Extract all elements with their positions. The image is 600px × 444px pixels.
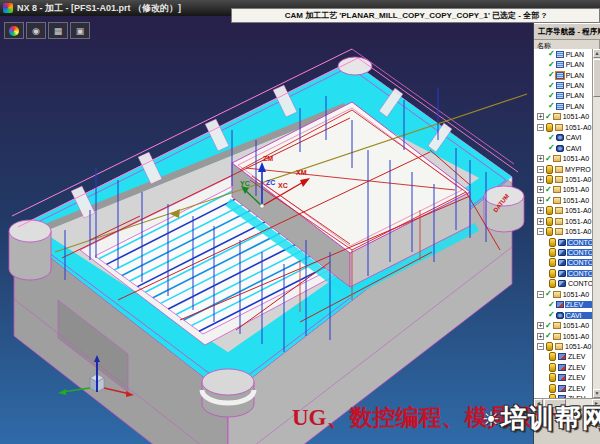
tree-row[interactable]: −✓1051-A0: [534, 289, 592, 299]
prog-operation-icon: [555, 207, 563, 214]
tree-row[interactable]: +✓1051-A0: [534, 153, 592, 163]
tree-row[interactable]: +1051-A0: [534, 174, 592, 184]
expand-icon[interactable]: +: [537, 197, 544, 204]
tree-row[interactable]: CONTO: [534, 258, 592, 268]
tree-item-label: PLAN: [565, 51, 592, 58]
collapse-icon[interactable]: −: [537, 166, 544, 173]
tree-row[interactable]: +✓1051-A0: [534, 195, 592, 205]
regenerate-warning-icon: [546, 123, 553, 132]
regenerate-warning-icon: [549, 384, 556, 393]
tree-item-label: 1051-A0: [564, 176, 592, 183]
tree-row[interactable]: CONTO: [534, 279, 592, 289]
cav-operation-icon: [556, 134, 564, 141]
tree-row[interactable]: ZLEV: [534, 362, 592, 372]
expand-icon[interactable]: +: [537, 207, 544, 214]
cont-operation-icon: [558, 280, 566, 287]
check-icon: ✓: [548, 311, 555, 319]
tree-item-label: 1051-A0: [564, 343, 592, 350]
tree-row[interactable]: +✓1051-A0: [534, 331, 592, 341]
tree-row[interactable]: CONTO: [534, 237, 592, 247]
check-icon: ✓: [545, 322, 552, 330]
tree-row[interactable]: ✓PLAN: [534, 91, 592, 101]
expand-icon[interactable]: +: [537, 176, 544, 183]
tree-row[interactable]: ✓CAVI: [534, 133, 592, 143]
tree-row[interactable]: −1051-A0: [534, 226, 592, 236]
tree-row[interactable]: +✓1051-A0: [534, 185, 592, 195]
expand-icon[interactable]: +: [537, 155, 544, 162]
check-icon: ✓: [548, 134, 555, 142]
tree-item-label: MYPRO_1: [564, 166, 592, 173]
tree-row[interactable]: ZLEV: [534, 373, 592, 383]
cav-operation-icon: [556, 312, 564, 319]
scroll-down-icon[interactable]: ▼: [593, 389, 600, 398]
z-operation-icon: [558, 374, 566, 381]
prog-operation-icon: [553, 197, 561, 204]
collapse-icon[interactable]: −: [537, 291, 544, 298]
tree-row[interactable]: ✓ZLEV: [534, 300, 592, 310]
tree-row[interactable]: ✓PLAN: [534, 70, 592, 80]
expand-icon[interactable]: +: [537, 218, 544, 225]
plan-operation-icon: [556, 61, 564, 68]
tree-row[interactable]: +✓1051-A0: [534, 112, 592, 122]
tree-item-label: PLAN: [565, 82, 592, 89]
navigator-title[interactable]: 工序导航器 - 程序顺序: [534, 23, 600, 40]
check-icon: ✓: [545, 186, 552, 194]
nx-swirl-icon[interactable]: [4, 22, 24, 39]
swirl-glyph: [9, 26, 19, 36]
sphere-icon[interactable]: ◉: [26, 22, 46, 39]
regenerate-warning-icon: [546, 342, 553, 351]
check-icon: ✓: [548, 92, 555, 100]
tree-item-label: CONTO: [567, 270, 592, 277]
tree-item-label: PLAN: [565, 72, 592, 79]
tree-item-label: 1051-A0: [562, 197, 592, 204]
tree-item-label: 1051-A0: [564, 218, 592, 225]
tree-row[interactable]: ✓PLAN: [534, 59, 592, 69]
tree-row[interactable]: +1051-A0: [534, 206, 592, 216]
tree-row[interactable]: ✓CAVI: [534, 310, 592, 320]
tree-item-label: 1051-A0: [564, 228, 592, 235]
tree-row[interactable]: +1051-A0: [534, 216, 592, 226]
grid-icon[interactable]: ▦: [48, 22, 68, 39]
tree-row[interactable]: −1051-A0: [534, 122, 592, 132]
tree-row[interactable]: CONTO: [534, 247, 592, 257]
window-icon[interactable]: ▣: [70, 22, 90, 39]
tree-item-label: 1051-A0: [564, 207, 592, 214]
nx-app-icon: [3, 3, 13, 13]
prog-operation-icon: [553, 322, 561, 329]
tree-item-label: 1051-A0: [564, 124, 592, 131]
tree-row[interactable]: −MYPRO_1: [534, 164, 592, 174]
tree-row[interactable]: CONTO: [534, 268, 592, 278]
vertical-scroll-thumb[interactable]: [593, 59, 600, 97]
scroll-up-icon[interactable]: ▲: [593, 49, 600, 58]
expand-icon[interactable]: +: [537, 322, 544, 329]
vertical-scrollbar[interactable]: ▲ ▼: [592, 49, 600, 398]
expand-icon[interactable]: +: [537, 113, 544, 120]
check-icon: ✓: [548, 144, 555, 152]
collapse-icon[interactable]: −: [537, 124, 544, 131]
cont-operation-icon: [558, 249, 566, 256]
tree-item-label: CAVI: [565, 134, 592, 141]
tree-row[interactable]: ✓PLAN: [534, 80, 592, 90]
window-glyph: ▣: [76, 26, 85, 36]
tree-item-label: CONTO: [567, 249, 592, 256]
tree-row[interactable]: ZLEV: [534, 352, 592, 362]
operation-navigator-panel: 工序导航器 - 程序顺序 名称 ✓PLAN✓PLAN✓PLAN✓PLAN✓PLA…: [533, 23, 600, 444]
expand-icon[interactable]: +: [537, 186, 544, 193]
tree-row[interactable]: +✓1051-A0: [534, 320, 592, 330]
tree-row[interactable]: ✓PLAN: [534, 101, 592, 111]
expand-icon[interactable]: +: [537, 333, 544, 340]
prog-operation-icon: [555, 218, 563, 225]
tree-row[interactable]: ✓CAVI: [534, 143, 592, 153]
collapse-icon[interactable]: −: [537, 228, 544, 235]
z-operation-icon: [558, 353, 566, 360]
cad-model-canvas[interactable]: DATUM ZM ZC: [0, 16, 533, 444]
prog-operation-icon: [553, 291, 561, 298]
check-icon: ✓: [545, 332, 552, 340]
tree-row[interactable]: ZLEV: [534, 383, 592, 393]
tree-row[interactable]: ✓PLAN: [534, 49, 592, 59]
collapse-icon[interactable]: −: [537, 343, 544, 350]
tree-item-label: ZLEV: [567, 364, 592, 371]
graphics-viewport[interactable]: ◉ ▦ ▣: [0, 16, 533, 444]
tree-item-label: CONTO: [567, 280, 592, 287]
tree-row[interactable]: −1051-A0: [534, 341, 592, 351]
